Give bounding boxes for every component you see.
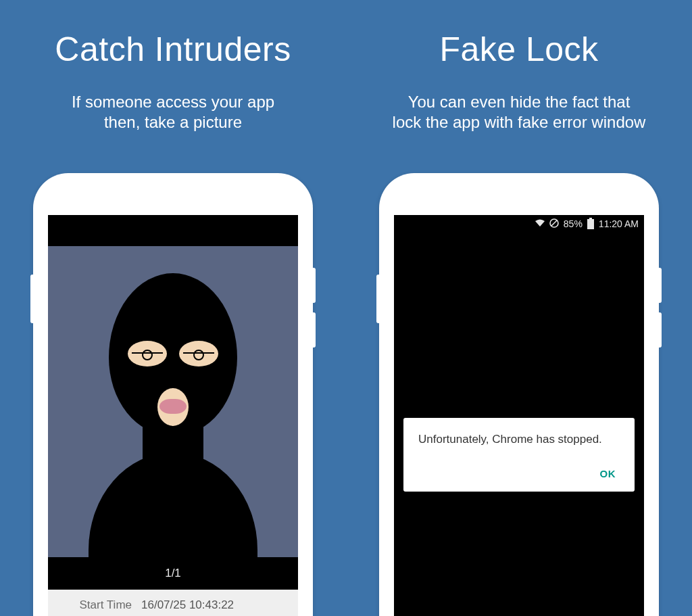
phone-power-button bbox=[30, 275, 34, 323]
wifi-icon bbox=[535, 219, 545, 229]
info-row-start: Start Time 16/07/25 10:43:22 bbox=[57, 596, 289, 614]
start-time-value: 16/07/25 10:43:22 bbox=[141, 596, 234, 614]
phone-volume-button bbox=[658, 312, 662, 348]
photo-pager: 1/1 bbox=[48, 561, 298, 590]
start-time-label: Start Time bbox=[57, 596, 132, 614]
status-clock: 11:20 AM bbox=[599, 218, 639, 229]
intrusion-info: Start Time 16/07/25 10:43:22 End Time 16… bbox=[48, 590, 298, 616]
phone-mockup-left: 1/1 Start Time 16/07/25 10:43:22 End Tim… bbox=[33, 173, 313, 616]
subhead-fake-lock: You can even hide the fact that lock the… bbox=[346, 92, 692, 133]
svg-line-1 bbox=[551, 220, 557, 227]
subhead-catch-intruders: If someone access your app then, take a … bbox=[0, 92, 346, 133]
phone-power-button bbox=[376, 275, 380, 323]
phone-volume-button bbox=[312, 268, 316, 303]
phone-volume-button bbox=[312, 312, 316, 348]
feature-panel-fake-lock: Fake Lock You can even hide the fact tha… bbox=[346, 0, 692, 616]
fake-error-dialog: Unfortunately, Chrome has stopped. OK bbox=[403, 418, 635, 492]
phone-screen-left: 1/1 Start Time 16/07/25 10:43:22 End Tim… bbox=[48, 215, 298, 616]
phone-volume-button bbox=[658, 268, 662, 303]
headline-fake-lock: Fake Lock bbox=[346, 30, 692, 69]
feature-panel-catch-intruders: Catch Intruders If someone access your a… bbox=[0, 0, 346, 616]
phone-screen-right: 85% 11:20 AM Unfortunately, Chrome has s… bbox=[394, 215, 644, 616]
intruder-illustration bbox=[85, 273, 261, 557]
battery-icon bbox=[587, 219, 594, 229]
phone-mockup-right: 85% 11:20 AM Unfortunately, Chrome has s… bbox=[379, 173, 659, 616]
battery-percent: 85% bbox=[564, 218, 583, 229]
android-status-bar: 85% 11:20 AM bbox=[394, 215, 644, 233]
dialog-ok-button[interactable]: OK bbox=[596, 464, 620, 483]
headline-catch-intruders: Catch Intruders bbox=[0, 30, 346, 69]
no-sim-icon bbox=[549, 218, 559, 229]
intruder-photo bbox=[48, 246, 298, 557]
dialog-message: Unfortunately, Chrome has stopped. bbox=[418, 433, 620, 446]
